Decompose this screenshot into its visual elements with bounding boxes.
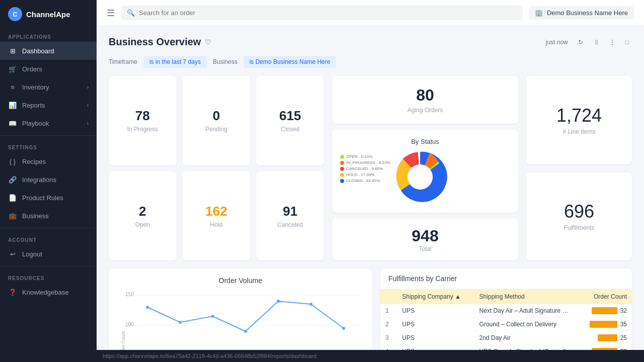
- stat-number-open: 2: [139, 204, 146, 219]
- topbar: ☰ 🔍 🏢 Demo Business Name Here: [97, 0, 644, 26]
- stat-label-closed: Closed: [281, 126, 299, 133]
- row-method: Ground – Collect on Delivery: [474, 318, 576, 331]
- search-box[interactable]: 🔍: [121, 6, 523, 20]
- sidebar-item-label: Playbook: [22, 120, 49, 127]
- svg-point-16: [342, 327, 345, 330]
- pie-chart-container: OPEN - 0.21% IN_PROGRESS - 8.23% CANCELE…: [340, 149, 510, 205]
- stat-label-open: Open: [135, 221, 150, 228]
- hamburger-menu-icon[interactable]: ☰: [107, 8, 115, 19]
- total-card: 948 Total: [332, 219, 518, 260]
- col-count[interactable]: Order Count: [576, 289, 632, 304]
- row-num: 1: [380, 304, 397, 318]
- save-icon[interactable]: □: [622, 37, 632, 48]
- business-label: Business: [213, 58, 237, 65]
- page-actions: just now ↻ ⧛ ⋮ □: [543, 37, 632, 48]
- section-label-resources: RESOURCES: [0, 269, 97, 283]
- filter-icon[interactable]: ⧛: [590, 37, 602, 48]
- stat-label-hold: Hold: [210, 221, 223, 228]
- sidebar-item-label: Logout: [22, 250, 42, 258]
- by-status-card: By Status OPEN - 0.21% IN_PROGRESS - 8.2…: [332, 130, 518, 213]
- legend-item-hold: HOLD - 17.09%: [340, 172, 390, 177]
- statusbar: https://app.channelape.io/6ea75a42-2119-…: [97, 350, 644, 362]
- sidebar-item-integrations[interactable]: 🔗 Integrations: [0, 170, 97, 189]
- chevron-right-icon: ›: [87, 121, 89, 126]
- stats-cards: 78 In Progress 0 Pending 615 Closed 2 Op…: [109, 76, 324, 260]
- book-icon: 📖: [8, 119, 17, 128]
- bar-chart-icon: 📊: [8, 101, 17, 110]
- aging-orders-card: 80 Aging Orders: [332, 76, 518, 124]
- sidebar-item-dashboard[interactable]: ⊞ Dashboard: [0, 42, 97, 60]
- table-scroll-container[interactable]: Shipping Company ▲ Shipping Method Order…: [380, 289, 632, 350]
- svg-text:Order Count: Order Count: [121, 331, 126, 350]
- line-chart-svg: 150 100 50 0 Order Count: [117, 289, 364, 350]
- sidebar-item-inventory[interactable]: ≡ Inventory ›: [0, 78, 97, 96]
- code-icon: { }: [8, 157, 17, 166]
- table-row: 2 UPS Ground – Collect on Delivery 35: [380, 318, 632, 331]
- sidebar-item-label: Dashboard: [22, 47, 54, 55]
- sidebar-item-playbook[interactable]: 📖 Playbook ›: [0, 114, 97, 132]
- shopping-cart-icon: 🛒: [8, 64, 17, 73]
- refresh-icon[interactable]: ↻: [575, 37, 586, 48]
- content-area: Business Overview ♡ just now ↻ ⧛ ⋮ □ Tim…: [97, 26, 644, 350]
- sidebar-item-label: Knowledgebase: [22, 289, 69, 296]
- sidebar-item-reports[interactable]: 📊 Reports ›: [0, 96, 97, 114]
- table-row: 4 UPS UPS Canada Standard (Ground) 32: [380, 345, 632, 350]
- sidebar-item-business[interactable]: 💼 Business: [0, 207, 97, 225]
- total-label: Total: [419, 245, 431, 252]
- legend-item-closed: CLOSED - 64.87%: [340, 178, 390, 183]
- logo-icon: C: [8, 7, 22, 21]
- col-method[interactable]: Shipping Method: [474, 289, 576, 304]
- row-method: UPS Canada Standard (Ground): [474, 345, 576, 350]
- stat-card-hold: 162 Hold: [183, 171, 251, 261]
- filters-bar: Timeframe is in the last 7 days Business…: [109, 56, 632, 68]
- stat-number-canceled: 91: [283, 204, 297, 219]
- layers-icon: ≡: [8, 82, 17, 92]
- legend-item-canceled: CANCELED - 9.60%: [340, 166, 390, 171]
- fulfillments-label: Fulfillments: [564, 224, 595, 231]
- svg-point-12: [211, 315, 214, 318]
- stat-card-in-progress: 78 In Progress: [109, 76, 177, 165]
- sidebar-item-knowledgebase[interactable]: ❓ Knowledgebase: [0, 283, 97, 301]
- fulfillments-table-card: Fulfillments by Carrier Shipping Company…: [380, 268, 632, 350]
- col-company[interactable]: Shipping Company ▲: [397, 289, 474, 304]
- row-company: UPS: [397, 318, 474, 331]
- sidebar: C ChannelApe APPLICATIONS ⊞ Dashboard 🛒 …: [0, 0, 97, 362]
- stat-label-pending: Pending: [205, 126, 227, 133]
- row-num: 4: [380, 345, 397, 350]
- sidebar-item-logout[interactable]: ↩ Logout: [0, 245, 97, 263]
- legend-item-open: OPEN - 0.21%: [340, 154, 390, 159]
- sidebar-item-recipes[interactable]: { } Recipes: [0, 152, 97, 170]
- business-name: Demo Business Name Here: [547, 9, 628, 17]
- business-filter-chip[interactable]: is Demo Business Name Here: [244, 56, 337, 68]
- total-number: 948: [412, 227, 438, 245]
- sidebar-item-orders[interactable]: 🛒 Orders: [0, 60, 97, 78]
- sidebar-item-product-rules[interactable]: 📄 Product Rules: [0, 189, 97, 207]
- svg-point-11: [179, 321, 182, 324]
- row-num: 2: [380, 318, 397, 331]
- stat-number-pending: 0: [213, 108, 220, 124]
- app-name: ChannelApe: [26, 10, 70, 19]
- app-logo: C ChannelApe: [0, 0, 97, 28]
- briefcase-icon: 💼: [8, 211, 17, 220]
- line-items-number: 1,724: [556, 105, 602, 126]
- sidebar-item-label: Integrations: [22, 176, 56, 184]
- bottom-grid: Order Volume 150 100 50 0 Order Count: [109, 268, 632, 350]
- timeframe-filter-chip[interactable]: is in the last 7 days: [143, 56, 207, 68]
- row-num: 3: [380, 331, 397, 345]
- sidebar-item-label: Orders: [22, 65, 42, 73]
- sidebar-item-label: Inventory: [22, 83, 49, 91]
- favorite-icon[interactable]: ♡: [205, 38, 211, 46]
- chart-title: Order Volume: [117, 277, 364, 285]
- page-header: Business Overview ♡ just now ↻ ⧛ ⋮ □: [109, 36, 632, 48]
- more-options-icon[interactable]: ⋮: [606, 37, 618, 48]
- fulfillments-number: 696: [564, 201, 594, 222]
- section-label-settings: SETTINGS: [0, 139, 97, 152]
- business-icon: 🏢: [535, 9, 543, 17]
- chevron-right-icon: ›: [87, 103, 89, 108]
- grid-icon: ⊞: [8, 46, 17, 55]
- help-circle-icon: ❓: [8, 288, 17, 297]
- row-count: 32: [576, 304, 632, 318]
- page-title: Business Overview ♡: [109, 36, 211, 48]
- stat-number-in-progress: 78: [135, 108, 150, 124]
- search-input[interactable]: [139, 9, 517, 17]
